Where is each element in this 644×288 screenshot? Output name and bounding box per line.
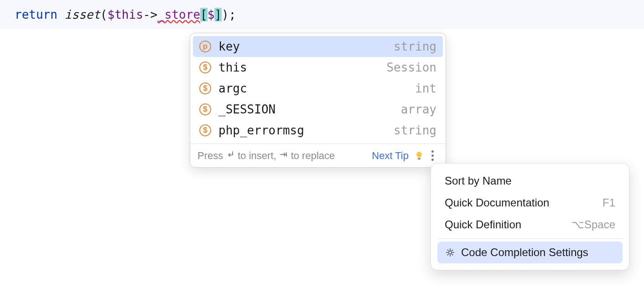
tab-key-icon (279, 150, 288, 162)
variable-icon: $ (199, 103, 211, 115)
completion-name: _SESSION (218, 103, 401, 116)
completion-type: Session (386, 61, 436, 74)
completion-type: string (394, 123, 436, 137)
completion-type: int (415, 82, 436, 95)
variable-icon: $ (199, 62, 211, 73)
open-paren: ( (100, 8, 108, 21)
menu-label: Quick Definition (445, 218, 571, 231)
parameter-icon: p (199, 41, 211, 52)
enter-key-icon (226, 150, 235, 162)
menu-label: Quick Documentation (445, 196, 602, 209)
var-this: $this (108, 8, 143, 21)
menu-label: Code Completion Settings (461, 246, 615, 259)
completion-item-key[interactable]: p key string (193, 36, 443, 57)
completion-item-argc[interactable]: $ argc int (193, 78, 443, 99)
keyword-return: return (15, 8, 57, 21)
completion-hint-bar: Press to insert, to replace Next Tip (190, 144, 446, 167)
completion-name: argc (218, 82, 415, 95)
menu-completion-settings[interactable]: Code Completion Settings (437, 242, 623, 263)
function-isset: isset (65, 8, 100, 21)
completion-name: key (218, 40, 394, 53)
var-dollar: $ (208, 8, 215, 21)
more-options-icon[interactable] (427, 149, 438, 163)
context-menu: Sort by Name Quick Documentation F1 Quic… (431, 163, 629, 270)
variable-icon: $ (199, 82, 211, 94)
completion-list: p key string $ this Session $ argc int $… (190, 33, 446, 144)
close-paren-semi: ); (222, 8, 236, 21)
completion-popup: p key string $ this Session $ argc int $… (190, 33, 446, 168)
completion-name: this (218, 61, 386, 74)
arrow-op: -> (143, 8, 157, 21)
lightbulb-icon (414, 151, 424, 161)
right-bracket: ] (214, 8, 222, 21)
member-store: _store (157, 8, 200, 21)
hint-insert: to insert, (238, 150, 276, 162)
svg-rect-0 (418, 158, 421, 159)
completion-item-errormsg[interactable]: $ php_errormsg string (193, 120, 443, 141)
menu-separator (437, 238, 623, 239)
completion-item-session[interactable]: $ _SESSION array (193, 99, 443, 120)
editor-code-line[interactable]: return isset($this->_store[$]); (0, 0, 644, 29)
next-tip-link[interactable]: Next Tip (372, 150, 409, 162)
completion-item-this[interactable]: $ this Session (193, 57, 443, 78)
variable-icon: $ (199, 124, 211, 136)
hint-press: Press (197, 150, 223, 162)
gear-icon (445, 247, 456, 258)
completion-type: array (401, 103, 436, 116)
completion-type: string (394, 40, 436, 53)
menu-sort-by-name[interactable]: Sort by Name (437, 170, 623, 192)
left-bracket: [ (200, 8, 208, 21)
menu-label: Sort by Name (445, 175, 615, 187)
menu-quick-definition[interactable]: Quick Definition ⌥Space (437, 214, 623, 236)
hint-replace: to replace (291, 150, 335, 162)
menu-shortcut: ⌥Space (571, 218, 615, 231)
menu-shortcut: F1 (602, 196, 615, 209)
menu-quick-documentation[interactable]: Quick Documentation F1 (437, 192, 623, 214)
completion-name: php_errormsg (218, 123, 394, 137)
svg-point-1 (449, 251, 452, 254)
